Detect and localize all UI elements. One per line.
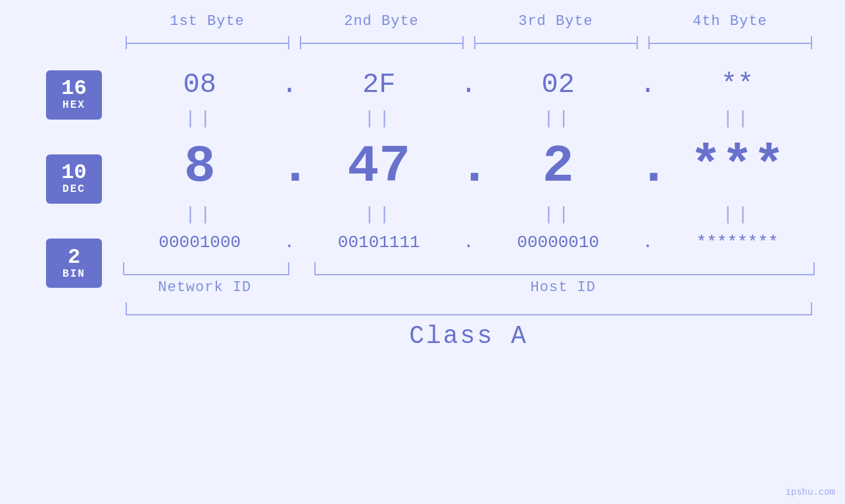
top-bracket-1 [126, 36, 289, 49]
host-id-label: Host ID [309, 279, 817, 296]
sep-1-3: || [479, 108, 639, 129]
dec-byte-2: 47 [299, 137, 459, 196]
hex-byte-4: ** [658, 69, 817, 101]
dec-badge: 10 DEC [46, 154, 102, 204]
column-headers: 1st Byte 2nd Byte 3rd Byte 4th Byte [120, 13, 817, 30]
sep-1-2: || [299, 108, 459, 129]
hex-badge: 16 HEX [46, 70, 102, 120]
col-header-1: 1st Byte [120, 13, 295, 30]
bin-dot-2: . [459, 233, 479, 252]
dec-row: 8 . 47 . 2 . *** [120, 130, 817, 203]
bin-byte-3: 00000010 [479, 233, 639, 252]
sep-2-2: || [299, 204, 459, 225]
host-id-bracket [314, 262, 815, 275]
sep-2-4: || [658, 204, 817, 225]
sep-2-1: || [120, 204, 280, 225]
top-bracket-2 [300, 36, 464, 49]
bin-row: 00001000 . 00101111 . 00000010 . *******… [120, 226, 817, 259]
top-bracket-3 [474, 36, 638, 49]
main-container: 1st Byte 2nd Byte 3rd Byte 4th Byte 16 H… [0, 0, 845, 504]
bin-dot-3: . [638, 233, 658, 252]
bin-byte-4: ******** [658, 233, 817, 252]
top-bracket-4 [648, 36, 812, 49]
hex-byte-3: 02 [479, 69, 639, 101]
separator-row-1: || || || || [120, 107, 817, 130]
hex-byte-1: 08 [120, 69, 280, 101]
sep-2-3: || [479, 204, 639, 225]
class-bracket [120, 302, 817, 315]
bin-byte-2: 00101111 [299, 233, 459, 252]
network-id-bracket [123, 262, 290, 275]
dec-byte-3: 2 [479, 137, 639, 196]
bottom-bracket-area [120, 262, 817, 275]
bin-label: BIN [62, 268, 85, 280]
dec-dot-3: . [638, 137, 658, 196]
dec-byte-4: *** [658, 137, 817, 196]
base-labels-column: 16 HEX 10 DEC 2 BIN [28, 62, 120, 296]
col-header-3: 3rd Byte [469, 13, 643, 30]
separator-row-2: || || || || [120, 203, 817, 226]
data-rows: 08 . 2F . 02 . ** || || || || 8 . [120, 62, 817, 296]
hex-number: 16 [61, 78, 86, 99]
bin-badge: 2 BIN [46, 239, 102, 288]
network-id-label: Network ID [120, 279, 290, 296]
col-header-2: 2nd Byte [295, 13, 469, 30]
bin-byte-1: 00001000 [120, 233, 280, 252]
class-label: Class A [120, 322, 817, 350]
bin-number: 2 [68, 247, 80, 268]
dec-label: DEC [62, 183, 85, 195]
bracket-spacer-1 [292, 262, 312, 275]
sep-1-1: || [120, 108, 280, 129]
dec-byte-1: 8 [120, 137, 280, 196]
hex-label: HEX [62, 99, 85, 111]
dec-dot-2: . [459, 137, 479, 196]
hex-dot-2: . [459, 69, 479, 101]
bin-dot-1: . [279, 233, 299, 252]
hex-dot-3: . [638, 69, 658, 101]
hex-dot-1: . [279, 69, 299, 101]
watermark: ipshu.com [785, 487, 835, 497]
top-brackets [120, 36, 817, 49]
dec-number: 10 [61, 162, 86, 183]
id-labels-row: Network ID Host ID [120, 279, 817, 296]
hex-byte-2: 2F [299, 69, 459, 101]
content-area: 16 HEX 10 DEC 2 BIN 08 . 2F . 02 . ** [28, 62, 817, 296]
hex-row: 08 . 2F . 02 . ** [120, 62, 817, 107]
col-header-4: 4th Byte [643, 13, 817, 30]
dec-dot-1: . [279, 137, 299, 196]
sep-1-4: || [658, 108, 817, 129]
